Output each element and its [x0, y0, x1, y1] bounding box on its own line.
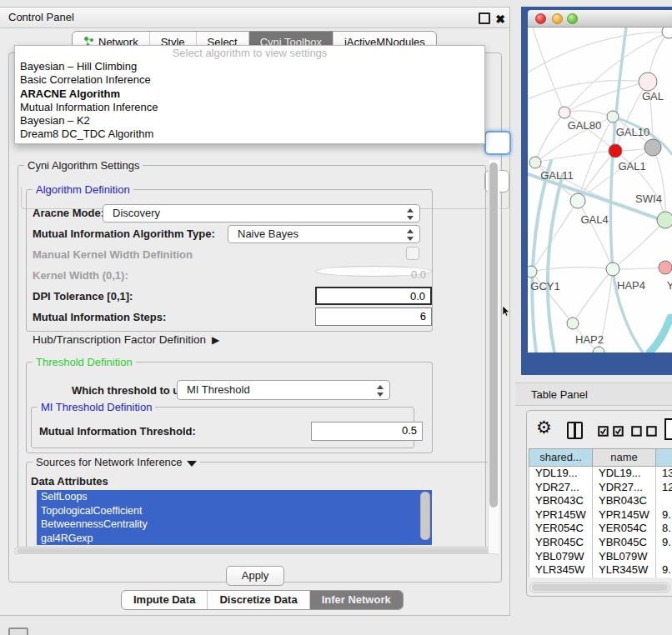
- table-cell[interactable]: 9.: [656, 563, 672, 578]
- collapse-down-icon[interactable]: [187, 461, 197, 467]
- table-row[interactable]: YDL19...YDL19...13: [529, 467, 672, 481]
- network-edge[interactable]: [531, 268, 613, 272]
- network-edge[interactable]: [573, 269, 613, 323]
- mutual-information-threshold-field[interactable]: 0.5: [311, 422, 423, 441]
- table-cell[interactable]: 9.: [656, 508, 672, 522]
- network-node[interactable]: [609, 144, 622, 158]
- tab-impute-data[interactable]: Impute Data: [122, 591, 208, 609]
- mi-steps-field[interactable]: 6: [315, 308, 432, 326]
- close-icon[interactable]: ✖: [495, 9, 505, 29]
- table-cell[interactable]: [656, 550, 672, 564]
- column-header-name[interactable]: name: [593, 448, 656, 467]
- network-node[interactable]: [593, 347, 604, 352]
- network-node[interactable]: [659, 261, 672, 274]
- table-panel-titlebar[interactable]: Table Panel: [515, 382, 672, 406]
- network-edge[interactable]: [578, 201, 613, 269]
- network-node[interactable]: [528, 266, 537, 278]
- network-graph[interactable]: GALGAL80GAL10GAL1GAL11GAL4SWI4GCY1HAP4YH…: [528, 28, 672, 352]
- network-edge[interactable]: [564, 82, 648, 112]
- expand-right-icon[interactable]: ▶: [212, 334, 219, 346]
- table-body[interactable]: YDL19...YDL19...13YDR27...YDR27...12YBR0…: [529, 467, 672, 578]
- table-cell[interactable]: YBR043C: [529, 494, 593, 508]
- unchecked-checkboxes-icon[interactable]: [631, 426, 658, 437]
- data-attribute-item[interactable]: SelfLoops: [37, 490, 432, 504]
- network-node[interactable]: [639, 72, 657, 91]
- table-row[interactable]: YPR145WYPR145W9.: [529, 508, 672, 522]
- data-attributes-list[interactable]: SelfLoopsTopologicalCoefficientBetweenne…: [37, 490, 432, 545]
- tab-discretize-data[interactable]: Discretize Data: [208, 591, 309, 609]
- network-edge[interactable]: [613, 268, 665, 269]
- dropdown-option[interactable]: Bayesian – K2: [15, 114, 484, 128]
- network-node[interactable]: [644, 139, 661, 156]
- network-node[interactable]: [607, 111, 619, 122]
- horizontal-scrollbar[interactable]: [14, 547, 498, 555]
- table-cell[interactable]: YDL19...: [529, 467, 593, 481]
- table-cell[interactable]: YBR045C: [529, 536, 593, 550]
- table-cell[interactable]: 8.: [656, 522, 672, 536]
- control-panel-titlebar[interactable]: Control Panel ✖: [0, 8, 509, 28]
- table-cell[interactable]: 12: [656, 481, 672, 495]
- table-cell[interactable]: YER054C: [593, 522, 656, 536]
- table-cell[interactable]: YPR145W: [529, 508, 593, 522]
- table-cell[interactable]: YDR27...: [593, 481, 656, 495]
- dropdown-option[interactable]: Basic Correlation Inference: [15, 73, 484, 87]
- table-cell[interactable]: YLR345W: [593, 563, 656, 578]
- network-edge-highlighted[interactable]: [610, 28, 643, 352]
- network-edge[interactable]: [528, 81, 648, 99]
- network-canvas[interactable]: GALGAL80GAL10GAL1GAL11GAL4SWI4GCY1HAP4YH…: [528, 28, 672, 352]
- network-edge[interactable]: [564, 111, 613, 117]
- table-cell[interactable]: 9.: [656, 536, 672, 550]
- vertical-scrollbar[interactable]: [488, 160, 499, 553]
- mac-zoom-icon[interactable]: [567, 13, 578, 24]
- network-node[interactable]: [657, 212, 672, 228]
- aracne-mode-combo[interactable]: Discovery: [103, 204, 420, 222]
- data-attribute-item[interactable]: gal4RGexp: [37, 532, 432, 546]
- table-cell[interactable]: YBL079W: [529, 550, 593, 564]
- network-edge[interactable]: [535, 112, 564, 162]
- network-view-window[interactable]: GALGAL80GAL10GAL1GAL11GAL4SWI4GCY1HAP4YH…: [521, 7, 672, 375]
- focused-combo-fragment[interactable]: [484, 131, 511, 155]
- network-window-titlebar[interactable]: [528, 10, 672, 28]
- network-edge[interactable]: [528, 32, 669, 72]
- network-node[interactable]: [606, 262, 619, 276]
- network-edge[interactable]: [613, 220, 665, 269]
- page-icon[interactable]: [664, 418, 672, 440]
- float-window-icon[interactable]: [479, 12, 490, 24]
- network-edge-highlighted[interactable]: [649, 318, 670, 352]
- table-row[interactable]: YLR345WYLR345W9.: [529, 563, 672, 578]
- network-node[interactable]: [567, 318, 579, 329]
- split-columns-icon[interactable]: [567, 422, 583, 439]
- table-cell[interactable]: YER054C: [529, 522, 593, 536]
- vertical-scrollbar-thumb[interactable]: [489, 162, 498, 508]
- which-threshold-combo[interactable]: MI Threshold: [177, 380, 390, 400]
- table-row[interactable]: YBR043CYBR043C: [529, 494, 672, 508]
- table-row[interactable]: YBL079WYBL079W: [529, 550, 672, 564]
- dropdown-option[interactable]: Dream8 DC_TDC Algorithm: [15, 128, 484, 141]
- table-horizontal-scrollbar[interactable]: [529, 582, 670, 592]
- network-edge-highlighted[interactable]: [548, 174, 563, 352]
- table-cell[interactable]: YBL079W: [593, 550, 656, 564]
- mac-close-icon[interactable]: [535, 13, 546, 24]
- tab-infer-network[interactable]: Infer Network: [310, 591, 403, 609]
- table-cell[interactable]: YDL19...: [593, 467, 656, 481]
- table-row[interactable]: YER054CYER054C8.: [529, 522, 672, 536]
- network-edge[interactable]: [653, 148, 665, 220]
- network-edge[interactable]: [533, 28, 564, 112]
- column-header-shared-name[interactable]: shared...: [529, 448, 593, 467]
- table-row[interactable]: YBR045CYBR045C9.: [529, 536, 672, 550]
- manual-kernel-width-checkbox[interactable]: [406, 247, 419, 260]
- dropdown-option[interactable]: ARACNE Algorithm: [15, 88, 484, 101]
- list-scrollbar-thumb[interactable]: [420, 492, 430, 540]
- dpi-tolerance-field[interactable]: 0.0: [315, 287, 432, 305]
- network-node[interactable]: [559, 107, 570, 118]
- table-cell[interactable]: YPR145W: [593, 508, 656, 522]
- hub-transcription-factor-expander[interactable]: Hub/Transcription Factor Definition▶: [33, 333, 219, 346]
- sources-title[interactable]: Sources for Network Inference: [33, 457, 200, 468]
- table-cell[interactable]: YBR045C: [593, 536, 656, 550]
- apply-button[interactable]: Apply: [226, 566, 284, 586]
- table-cell[interactable]: 13: [656, 467, 672, 481]
- data-attribute-item[interactable]: TopologicalCoefficient: [37, 504, 432, 518]
- table-row[interactable]: YDR27...YDR27...12: [529, 481, 672, 495]
- data-attribute-item[interactable]: BetweennessCentrality: [37, 518, 432, 532]
- table-cell[interactable]: [656, 494, 672, 508]
